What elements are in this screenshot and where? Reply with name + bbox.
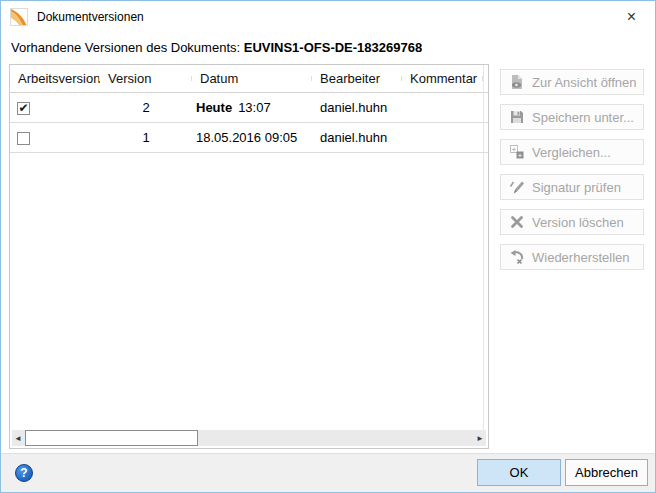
footer-bar: ? OK Abbrechen (1, 453, 655, 492)
date-time: 13:07 (238, 100, 271, 115)
document-view-icon (509, 74, 525, 90)
column-header-bearbeiter[interactable]: Bearbeiter (312, 71, 402, 86)
intro-label: Vorhandene Versionen des Dokuments: (11, 40, 244, 55)
scrollbar-thumb[interactable] (25, 430, 198, 446)
button-label: Wiederherstellen (532, 250, 630, 265)
column-header-datum[interactable]: Datum (192, 71, 312, 86)
working-version-cell: ✔ (10, 100, 100, 115)
date-cell: 18.05.2016 09:05 (192, 130, 312, 145)
cancel-button[interactable]: Abbrechen (565, 459, 648, 486)
working-version-checkbox[interactable] (17, 132, 30, 145)
close-icon[interactable]: × (609, 2, 654, 32)
save-floppy-icon (509, 109, 525, 125)
date-cell: Heute13:07 (192, 100, 312, 115)
restore-button[interactable]: Wiederherstellen (500, 244, 644, 270)
button-label: Speichern unter... (532, 110, 634, 125)
table-header: Arbeitsversion Version Datum Bearbeiter … (10, 65, 488, 93)
document-id: EUVINS1-OFS-DE-183269768 (244, 40, 422, 55)
restore-arrow-icon (509, 249, 525, 265)
versions-table: Arbeitsversion Version Datum Bearbeiter … (9, 64, 489, 449)
button-label: Version löschen (532, 215, 624, 230)
editor-cell: daniel.huhn (312, 100, 402, 115)
signature-pen-icon (509, 179, 525, 195)
column-header-arbeitsversion[interactable]: Arbeitsversion (10, 71, 100, 86)
working-version-checkbox[interactable]: ✔ (17, 102, 30, 115)
column-header-version[interactable]: Version (100, 71, 192, 86)
table-row[interactable]: ✔ 2 Heute13:07 daniel.huhn (10, 93, 488, 123)
app-logo-icon (10, 8, 28, 26)
intro-line: Vorhandene Versionen des Dokuments: EUVI… (11, 40, 422, 55)
help-icon[interactable]: ? (15, 464, 33, 482)
column-edge-line (483, 65, 484, 430)
open-for-view-button[interactable]: Zur Ansicht öffnen (500, 69, 644, 95)
version-cell: 1 (100, 130, 192, 145)
delete-x-icon (509, 214, 525, 230)
checkmark-icon: ✔ (18, 103, 29, 114)
horizontal-scrollbar[interactable]: ◄ ► (12, 430, 486, 446)
save-as-button[interactable]: Speichern unter... (500, 104, 644, 130)
date-day: Heute (196, 100, 232, 115)
compare-icon (509, 144, 525, 160)
delete-version-button[interactable]: Version löschen (500, 209, 644, 235)
compare-button[interactable]: Vergleichen... (500, 139, 644, 165)
scroll-left-icon[interactable]: ◄ (12, 430, 24, 446)
check-signature-button[interactable]: Signatur prüfen (500, 174, 644, 200)
working-version-cell (10, 130, 100, 145)
table-row[interactable]: 1 18.05.2016 09:05 daniel.huhn (10, 123, 488, 153)
editor-cell: daniel.huhn (312, 130, 402, 145)
version-cell: 2 (100, 100, 192, 115)
date-time: 18.05.2016 09:05 (196, 130, 297, 145)
titlebar: Dokumentversionen × (1, 1, 655, 33)
scroll-right-icon[interactable]: ► (474, 430, 486, 446)
dokumentversionen-dialog: Dokumentversionen × Vorhandene Versionen… (0, 0, 656, 493)
button-label: Vergleichen... (532, 145, 611, 160)
button-label: Signatur prüfen (532, 180, 621, 195)
ok-button[interactable]: OK (477, 459, 561, 486)
action-button-stack: Zur Ansicht öffnen Speichern unter... Ve… (500, 69, 644, 279)
window-title: Dokumentversionen (37, 10, 144, 24)
column-header-kommentar[interactable]: Kommentar (402, 71, 483, 86)
button-label: Zur Ansicht öffnen (532, 75, 637, 90)
